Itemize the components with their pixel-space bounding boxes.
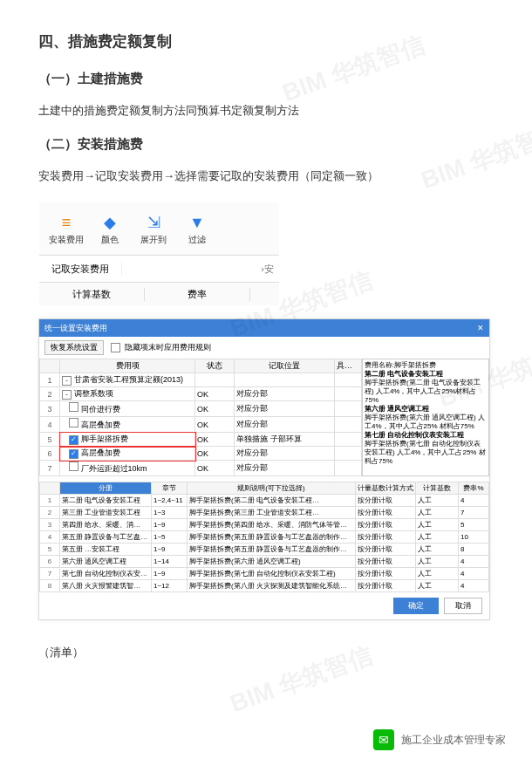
col-desc: 具体说明 [335, 359, 362, 373]
toolbar-row: ≡ 安装费用 ◆ 颜色 ⇲ 展开到 ▼ 过滤 [39, 202, 279, 256]
table-row[interactable]: 7 厂外运距超过10kmOK对应分部 [40, 461, 362, 476]
side-b1-text: 脚手架搭拆费(第二册 电气设备安装工程) 人工4%，其中人工占25%材料占75% [365, 379, 487, 405]
col-num [40, 482, 60, 495]
col-chapter: 章节 [152, 482, 188, 495]
side-b3-text: 脚手架搭拆费(第七册 自动化控制仪表安装工程) 人工4%，其中人工占25% 材料… [365, 440, 487, 466]
toolbar-label: 展开到 [140, 234, 167, 246]
wechat-icon: ✉ [373, 729, 394, 750]
toolbar-label: 过滤 [188, 234, 206, 246]
table-row[interactable]: 4第五册 静置设备与工艺盘…1~5脚手架搭拆费(第五册 静置设备与工艺盘器的制作… [40, 531, 489, 544]
checkbox-icon[interactable] [69, 462, 78, 471]
tree-toggle-icon[interactable]: - [62, 376, 72, 386]
toolbar-expand[interactable]: ⇲ 展开到 [132, 211, 175, 246]
col-rate: 费率% [459, 482, 489, 495]
heading-sub-a: （一）土建措施费 [38, 71, 494, 87]
table-row[interactable]: 3 同价进行费OK对应分部 [40, 401, 362, 417]
account-name: 施工企业成本管理专家 [401, 733, 506, 748]
funnel-icon: ▼ [186, 211, 208, 234]
checkbox-icon[interactable] [69, 402, 78, 412]
tab-rate[interactable]: 费率 [145, 288, 250, 301]
checkbox-label: 隐藏项末时应用费用规则 [125, 342, 211, 353]
col-status: 状态 [195, 359, 235, 373]
detail-side-panel: 费用名称:脚手架搭拆费 第二册 电气设备安装工程 脚手架搭拆费(第二册 电气设备… [362, 359, 489, 476]
heading-main: 四、措施费定额复制 [38, 31, 494, 51]
side-title: 费用名称:脚手架搭拆费 [365, 361, 487, 370]
restore-defaults-button[interactable]: 恢复系统设置 [44, 340, 104, 355]
col-num [40, 359, 60, 373]
col-calc-basis: 计算基数 [416, 482, 459, 495]
table-row[interactable]: 8第八册 火灾报警建筑智…1~12脚手架搭拆费(第八册 火灾探测及建筑智能化系统… [40, 580, 489, 592]
watermark: BIM 华筑智信 [417, 115, 532, 197]
table-row[interactable]: 6第六册 通风空调工程1~14脚手架搭拆费(第六册 通风空调工程)按分册计取人工… [40, 556, 489, 568]
fee-tree-table: 费用项 状态 记取位置 具体说明 1-甘肃省安装工程预算定额(2013)2-调整… [39, 359, 362, 476]
table-row[interactable]: 1第二册 电气设备安装工程1~2,4~11脚手架搭拆费(第二册 电气设备安装工程… [40, 495, 489, 507]
table-row[interactable]: 6 ✓高层叠加费OK对应分部 [40, 447, 362, 461]
table-row[interactable]: 2-调整系数项OK对应分部 [40, 387, 362, 401]
col-calc-method: 计量基数计算方式 [356, 482, 416, 495]
detail-table: 分册 章节 规则说明(可下拉选择) 计量基数计算方式 计算基数 费率% 1第二册… [39, 482, 489, 592]
side-b2-text: 脚手架搭拆费(第六册 通风空调工程) 人工4%，其中人工占25% 材料占75% [365, 414, 487, 431]
tree-toggle-icon[interactable]: - [62, 390, 72, 400]
toolbar-label: 安装费用 [49, 234, 84, 246]
color-icon: ◆ [99, 211, 121, 234]
table-row[interactable]: 7第七册 自动化控制仪表安装…1~9脚手架搭拆费(第七册 自动化控制仪表安装工程… [40, 568, 489, 580]
tab-calc-basis[interactable]: 计算基数 [39, 288, 145, 301]
dialog-titlebar: 统一设置安装费用 ✕ [39, 319, 489, 337]
menu-record-install-cost[interactable]: 记取安装费用 [39, 263, 122, 276]
checkbox-icon[interactable] [69, 418, 78, 427]
table-header-row: 分册 章节 规则说明(可下拉选择) 计量基数计算方式 计算基数 费率% [40, 482, 489, 495]
toolbar-install-cost[interactable]: ≡ 安装费用 [44, 211, 88, 246]
table-row[interactable]: 4 高层叠加费OK对应分部 [40, 417, 362, 433]
breadcrumb-label: ›安 [261, 263, 279, 276]
col-rule-desc: 规则说明(可下拉选择) [188, 482, 356, 495]
ok-button[interactable]: 确定 [393, 598, 439, 614]
close-icon[interactable]: ✕ [477, 324, 484, 332]
heading-sub-b: （二）安装措施费 [38, 136, 494, 153]
toolbar-label: 颜色 [101, 234, 119, 246]
cancel-button[interactable]: 取消 [444, 598, 482, 614]
expand-icon: ⇲ [142, 211, 165, 234]
col-fee-item: 费用项 [60, 359, 195, 373]
side-b3: 第七册 自动化控制仪表安装工程 [365, 431, 464, 439]
bracket-note: （清单） [38, 645, 494, 660]
toolbar-screenshot: ≡ 安装费用 ◆ 颜色 ⇲ 展开到 ▼ 过滤 记取安装费用 ›安 计算基数 费率 [38, 202, 280, 306]
table-row[interactable]: 1-甘肃省安装工程预算定额(2013) [40, 373, 362, 387]
toolbar-color[interactable]: ◆ 颜色 [88, 211, 132, 246]
side-b2: 第六册 通风空调工程 [365, 405, 429, 413]
side-b1: 第二册 电气设备安装工程 [365, 370, 443, 378]
paragraph-2: 安装费用→记取安装费用→选择需要记取的安装费用（同定额一致） [38, 168, 494, 184]
table-header-row: 费用项 状态 记取位置 具体说明 [40, 359, 362, 373]
dialog-title: 统一设置安装费用 [44, 323, 107, 334]
dialog-install-cost-settings: 统一设置安装费用 ✕ 恢复系统设置 隐藏项末时应用费用规则 费用项 状态 记取位… [38, 318, 490, 620]
dropdown-row: 记取安装费用 ›安 [39, 256, 279, 282]
paragraph-1: 土建中的措施费定额复制方法同预算书定额复制方法 [38, 103, 494, 119]
tab-row: 计算基数 费率 [39, 282, 279, 305]
checkbox-icon[interactable]: ✓ [69, 449, 78, 459]
toolbar-filter[interactable]: ▼ 过滤 [175, 211, 219, 246]
table-row[interactable]: 5第五册 …安装工程1~9脚手架搭拆费(第五册 静置设备与工艺盘器的制作…按分册… [40, 544, 489, 556]
col-volume: 分册 [60, 482, 152, 495]
checkbox-icon [111, 343, 120, 352]
table-row[interactable]: 2第三册 工业管道安装工程1~3脚手架搭拆费(第三册 工业管道安装工程…按分册计… [40, 507, 489, 519]
wechat-account-bar: ✉ 施工企业成本管理专家 [373, 729, 506, 750]
table-row[interactable]: 5 ✓脚手架搭拆费OK单独措施 子部环算 [40, 433, 362, 447]
checkbox-icon[interactable]: ✓ [69, 435, 78, 445]
table-row[interactable]: 3第四册 给水、采暖、消…1~9脚手架搭拆费(第四册 给水、采暖、消防气体等管道… [40, 519, 489, 531]
col-location: 记取位置 [235, 359, 335, 373]
coins-icon: ≡ [55, 211, 78, 234]
hide-unused-checkbox[interactable]: 隐藏项末时应用费用规则 [111, 342, 211, 353]
